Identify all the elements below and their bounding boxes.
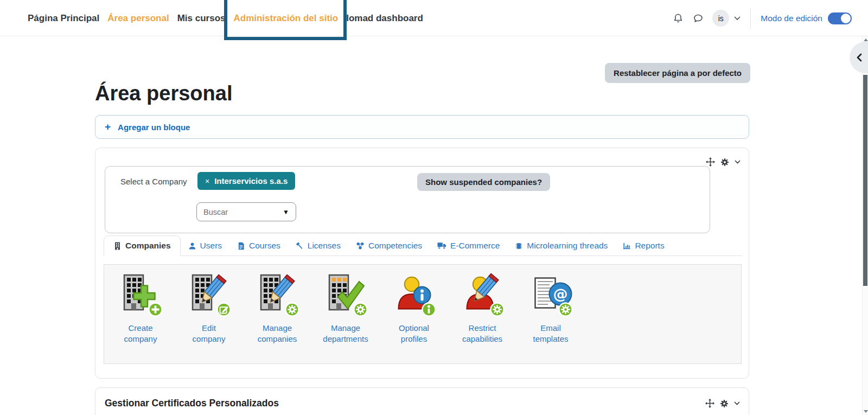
messages-chat-icon[interactable]: [693, 13, 704, 24]
tab-courses[interactable]: Courses: [229, 236, 288, 256]
avatar: is: [712, 10, 729, 27]
search-placeholder: Buscar: [203, 208, 228, 216]
action-label: Create company: [117, 323, 164, 344]
plus-icon: +: [105, 121, 111, 133]
nav-item-area-personal[interactable]: Área personal: [107, 13, 169, 24]
gear-icon[interactable]: [720, 158, 729, 167]
email-templates-icon: [528, 273, 573, 318]
company-building-icon: [113, 242, 122, 250]
edit-mode-label: Modo de edición: [761, 14, 822, 23]
remove-company-icon[interactable]: ×: [205, 177, 209, 186]
action-label: Edit company: [185, 323, 233, 344]
move-icon[interactable]: [706, 157, 715, 167]
manage-companies-icon: [254, 273, 300, 318]
nav-item-pagina-principal[interactable]: Página Principal: [28, 13, 99, 24]
restrict-capabilities-icon: [459, 273, 505, 318]
iomad-company-block: Select a Company × Interservicios s.a.s …: [95, 148, 749, 379]
chevron-down-icon: [734, 16, 741, 21]
create-company-icon: [118, 273, 163, 318]
tab-label: Microlearning threads: [527, 241, 608, 251]
action-label: Email templates: [527, 323, 575, 344]
tab-microlearning-threads[interactable]: Microlearning threads: [507, 236, 615, 256]
tab-companies[interactable]: Companies: [104, 235, 181, 256]
ecommerce-truck-icon: [437, 242, 446, 250]
tab-label: Competencies: [368, 241, 422, 251]
certificates-block-title: Gestionar Certificados Personalizados: [105, 398, 279, 409]
chevron-left-icon: [856, 53, 864, 62]
report-chart-icon: [623, 242, 631, 250]
selected-company-chip[interactable]: × Interservicios s.a.s: [197, 172, 295, 190]
scroll-down-arrow[interactable]: [864, 410, 868, 413]
action-edit-company[interactable]: Edit company: [175, 265, 243, 363]
add-block-label: Agregar un bloque: [118, 123, 190, 132]
company-selector-panel: Select a Company × Interservicios s.a.s …: [105, 166, 710, 233]
toggle-knob: [841, 14, 851, 23]
action-create-company[interactable]: Create company: [106, 265, 175, 363]
primary-nav: Página Principal Área personal Mis curso…: [28, 0, 423, 36]
main-content: Restablecer página a por defecto Área pe…: [0, 36, 868, 415]
add-block-button[interactable]: + Agregar un bloque: [95, 115, 749, 139]
tab-competencies[interactable]: Competencies: [348, 236, 430, 256]
course-file-icon: [237, 242, 245, 250]
action-manage-companies[interactable]: Manage companies: [243, 265, 311, 363]
nav-item-administracion-del-sitio[interactable]: Administración del sitio: [233, 13, 338, 24]
user-icon: [188, 242, 196, 250]
gear-icon[interactable]: [720, 399, 729, 408]
action-label: Manage companies: [253, 323, 301, 344]
show-suspended-button[interactable]: Show suspended companies?: [417, 173, 550, 191]
nav-item-iomad-dashboard[interactable]: Iomad dashboard: [346, 13, 423, 24]
action-label: Manage departments: [322, 323, 369, 344]
company-tabs: Companies Users Courses Licenses: [104, 234, 743, 256]
edit-company-icon: [186, 273, 232, 318]
company-search-select[interactable]: Buscar ▼: [196, 202, 296, 221]
move-icon[interactable]: [705, 399, 714, 408]
scroll-up-arrow[interactable]: [864, 39, 868, 41]
chevron-down-icon[interactable]: [735, 160, 741, 164]
reset-page-button[interactable]: Restablecer página a por defecto: [605, 63, 750, 83]
top-navbar: Página Principal Área personal Mis curso…: [0, 0, 868, 36]
block-edit-controls: [706, 157, 741, 167]
certificates-block: Gestionar Certificados Personalizados: [95, 387, 749, 415]
microlearning-chip-icon: [515, 242, 523, 250]
nav-item-mis-cursos[interactable]: Mis cursos: [177, 13, 226, 24]
dropdown-caret-icon: ▼: [283, 208, 289, 216]
optional-profiles-icon: [391, 273, 437, 318]
vertical-scrollbar[interactable]: [862, 36, 868, 415]
navbar-right: is Modo de edición: [673, 0, 852, 36]
tab-ecommerce[interactable]: E-Commerce: [430, 236, 507, 256]
tab-reports[interactable]: Reports: [615, 236, 672, 256]
tab-licenses[interactable]: Licenses: [288, 236, 348, 256]
nav-item-label: Administración del sitio: [233, 13, 338, 23]
chevron-down-icon[interactable]: [734, 401, 740, 406]
tab-label: E-Commerce: [450, 241, 500, 251]
select-company-label: Select a Company: [120, 177, 187, 186]
edit-mode-toggle[interactable]: [828, 12, 852, 24]
scrollbar-thumb[interactable]: [863, 75, 867, 286]
manage-departments-icon: [323, 273, 368, 318]
action-label: Restrict capabilities: [458, 323, 506, 344]
tab-label: Users: [200, 241, 222, 251]
competency-network-icon: [356, 241, 365, 250]
action-manage-departments[interactable]: Manage departments: [311, 265, 380, 363]
action-optional-profiles[interactable]: Optional profiles: [380, 265, 448, 363]
page-title: Área personal: [95, 82, 232, 105]
notifications-bell-icon[interactable]: [673, 13, 684, 24]
action-restrict-capabilities[interactable]: Restrict capabilities: [448, 265, 516, 363]
tab-label: Courses: [249, 241, 280, 251]
tab-label: Licenses: [308, 241, 341, 251]
tab-label: Reports: [635, 241, 664, 251]
user-menu[interactable]: is: [712, 10, 741, 27]
action-email-templates[interactable]: Email templates: [516, 265, 585, 363]
divider: [750, 8, 751, 29]
tab-users[interactable]: Users: [181, 236, 229, 256]
selected-company-name: Interservicios s.a.s: [214, 176, 288, 186]
license-gavel-icon: [296, 242, 304, 250]
tab-label: Companies: [125, 241, 171, 251]
block-edit-controls: [705, 399, 740, 408]
company-actions-panel: Create company Edit company Manage compa…: [104, 264, 742, 364]
action-label: Optional profiles: [390, 323, 438, 344]
